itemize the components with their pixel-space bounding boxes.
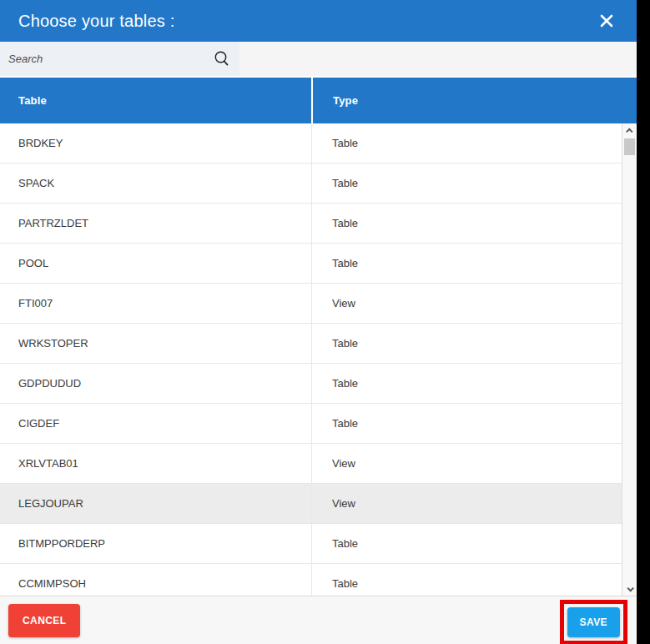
table-row[interactable]: CIGDEF Table [0,404,622,444]
table-type-cell: Table [311,123,622,163]
search-row [0,42,637,78]
table-type-cell: Table [311,244,622,283]
scrollbar-down-button[interactable] [622,581,637,596]
chevron-down-icon [627,585,633,591]
table-type-cell: Table [311,524,622,563]
table-type-cell: Table [311,204,622,243]
table-row[interactable]: XRLVTAB01 View [0,444,622,484]
table-row[interactable]: PARTRZLDET Table [0,204,622,244]
table-type-cell: Table [311,564,622,596]
table-rows-container: BRDKEY Table SPACK Table PARTRZLDET Tabl… [0,123,622,596]
table-row[interactable]: GDPDUDUD Table [0,364,622,404]
table-type-cell: View [311,284,622,323]
choose-tables-dialog: Choose your tables : Table Type [0,0,637,644]
table-name-cell: LEGJOUPAR [0,484,311,523]
table-name-cell: BITMPPORDERP [0,524,311,563]
scrollbar-up-button[interactable] [622,123,637,138]
chevron-up-icon [626,128,632,134]
table-type-cell: Table [311,324,622,363]
grid-header: Table Type [0,78,637,123]
table-name-cell: POOL [0,244,311,283]
dialog-header: Choose your tables : [0,0,637,42]
cancel-button[interactable]: CANCEL [8,604,80,637]
table-name-cell: XRLVTAB01 [0,444,311,483]
table-name-cell: BRDKEY [0,123,311,163]
save-button[interactable]: SAVE [567,607,620,637]
right-black-strip [637,0,650,644]
column-header-table[interactable]: Table [0,78,311,123]
search-row-filler [239,42,637,76]
vertical-scrollbar[interactable] [622,123,637,596]
table-row[interactable]: SPACK Table [0,164,622,204]
table-name-cell: PARTRZLDET [0,204,311,243]
dialog-title: Choose your tables : [18,12,174,31]
search-input[interactable] [8,53,211,65]
grid-body: BRDKEY Table SPACK Table PARTRZLDET Tabl… [0,123,637,596]
table-name-cell: CCMIMPSOH [0,564,311,596]
table-name-cell: GDPDUDUD [0,364,311,403]
table-type-cell: View [311,444,622,483]
close-icon [599,13,614,28]
dialog-footer: CANCEL SAVE [0,596,637,644]
column-header-type[interactable]: Type [311,78,637,123]
table-row[interactable]: BITMPPORDERP Table [0,524,622,564]
table-name-cell: SPACK [0,164,311,203]
table-type-cell: Table [311,404,622,443]
search-icon[interactable] [211,48,233,70]
table-type-cell: View [311,484,622,523]
save-highlight-annotation: SAVE [560,600,627,644]
table-name-cell: WRKSTOPER [0,324,311,363]
search-box[interactable] [0,42,239,76]
table-row[interactable]: BRDKEY Table [0,123,622,164]
table-row[interactable]: LEGJOUPAR View [0,484,622,524]
close-button[interactable] [595,9,618,33]
table-row[interactable]: CCMIMPSOH Table [0,564,622,596]
table-type-cell: Table [311,164,622,203]
scrollbar-thumb[interactable] [624,138,635,155]
table-row[interactable]: FTI007 View [0,284,622,324]
table-name-cell: CIGDEF [0,404,311,443]
table-row[interactable]: POOL Table [0,244,622,284]
table-type-cell: Table [311,364,622,403]
table-name-cell: FTI007 [0,284,311,323]
table-row[interactable]: WRKSTOPER Table [0,324,622,364]
